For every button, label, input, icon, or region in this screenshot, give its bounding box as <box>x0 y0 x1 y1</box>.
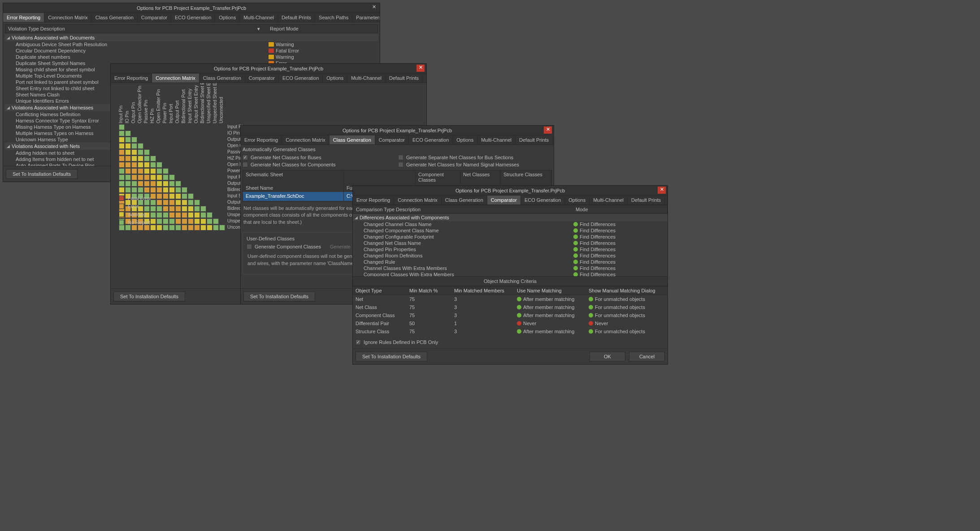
matrix-cell[interactable] <box>169 187 175 193</box>
tab-default-prints[interactable]: Default Prints <box>278 13 315 22</box>
matrix-cell[interactable] <box>213 218 219 224</box>
table-row[interactable]: Component Class753After member matchingF… <box>353 311 668 319</box>
matrix-cell[interactable] <box>138 181 143 187</box>
matrix-cell[interactable] <box>163 187 169 193</box>
matrix-cell[interactable] <box>175 206 181 212</box>
set-defaults-button[interactable]: Set To Installation Defaults <box>243 292 315 301</box>
matrix-cell[interactable] <box>144 168 150 174</box>
matrix-cell[interactable] <box>156 193 162 199</box>
set-defaults-button[interactable]: Set To Installation Defaults <box>113 292 185 301</box>
set-defaults-button[interactable]: Set To Installation Defaults <box>356 352 427 361</box>
tree-group[interactable]: ◢Differences Associated with Components <box>353 214 668 221</box>
table-row[interactable]: Net Class753After member matchingFor unm… <box>353 303 668 311</box>
tab-comparator[interactable]: Comparator <box>245 74 279 83</box>
matrix-cell[interactable] <box>207 225 212 231</box>
matrix-cell[interactable] <box>175 225 181 231</box>
cb-named-harness[interactable]: Generate Net Classes for Named Signal Ha… <box>398 162 552 167</box>
matrix-cell[interactable] <box>169 218 175 224</box>
tree-item[interactable]: Changed RuleFind Differences <box>353 259 668 265</box>
matrix-cell[interactable] <box>169 212 175 218</box>
matrix-cell[interactable] <box>131 156 137 161</box>
tree-item[interactable]: Changed Channel Class NameFind Differenc… <box>353 221 668 227</box>
tab-class-generation[interactable]: Class Generation <box>442 196 487 205</box>
matrix-cell[interactable] <box>188 200 194 205</box>
matrix-cell[interactable] <box>138 162 143 168</box>
matrix-cell[interactable] <box>144 162 150 168</box>
matrix-cell[interactable] <box>175 193 181 199</box>
matrix-cell[interactable] <box>182 187 187 193</box>
matrix-cell[interactable] <box>125 149 131 155</box>
tree-item[interactable]: Duplicate sheet numbersWarning <box>5 54 378 60</box>
matrix-cell[interactable] <box>125 168 131 174</box>
matrix-cell[interactable] <box>175 218 181 224</box>
matrix-cell[interactable] <box>163 200 169 205</box>
tab-options[interactable]: Options <box>323 74 347 83</box>
tab-default-prints[interactable]: Default Prints <box>516 135 553 144</box>
matrix-cell[interactable] <box>125 181 131 187</box>
matrix-cell[interactable] <box>131 168 137 174</box>
matrix-cell[interactable] <box>200 206 206 212</box>
matrix-cell[interactable] <box>163 174 169 180</box>
matrix-cell[interactable] <box>119 131 125 136</box>
matrix-cell[interactable] <box>125 137 131 143</box>
matrix-cell[interactable] <box>131 143 137 149</box>
tab-search-paths[interactable]: Search Paths <box>553 135 554 144</box>
matrix-cell[interactable] <box>119 162 125 168</box>
matrix-cell[interactable] <box>169 225 175 231</box>
matrix-cell[interactable] <box>125 143 131 149</box>
cb-bus-sections[interactable]: Generate Separate Net Classes for Bus Se… <box>398 155 552 160</box>
tree-item[interactable]: Changed Component Class NameFind Differe… <box>353 227 668 234</box>
matrix-cell[interactable] <box>138 168 143 174</box>
tree-item[interactable]: Changed Net Class NameFind Differences <box>353 240 668 246</box>
matrix-cell[interactable] <box>182 225 187 231</box>
matrix-cell[interactable] <box>163 218 169 224</box>
tab-error-reporting[interactable]: Error Reporting <box>3 13 44 22</box>
matrix-cell[interactable] <box>163 212 169 218</box>
matrix-cell[interactable] <box>144 174 150 180</box>
ignore-rules-checkbox[interactable]: ✓Ignore Rules Defined in PCB Only <box>356 339 438 345</box>
matrix-cell[interactable] <box>182 193 187 199</box>
tab-comparator[interactable]: Comparator <box>487 196 521 205</box>
cb-components[interactable]: Generate Net Classes for Components <box>243 162 396 167</box>
cancel-button[interactable]: Cancel <box>629 352 665 361</box>
matrix-cell[interactable] <box>150 181 156 187</box>
matrix-cell[interactable] <box>163 206 169 212</box>
matrix-cell[interactable] <box>194 225 200 231</box>
tab-connection-matrix[interactable]: Connection Matrix <box>282 135 330 144</box>
close-icon[interactable]: ✕ <box>416 65 425 72</box>
matrix-cell[interactable] <box>156 218 162 224</box>
matrix-cell[interactable] <box>182 212 187 218</box>
matrix-cell[interactable] <box>163 168 169 174</box>
tab-default-prints[interactable]: Default Prints <box>386 74 423 83</box>
matrix-cell[interactable] <box>194 218 200 224</box>
matrix-cell[interactable] <box>156 225 162 231</box>
matrix-cell[interactable] <box>194 206 200 212</box>
tab-eco-generation[interactable]: ECO Generation <box>279 74 323 83</box>
matrix-cell[interactable] <box>200 225 206 231</box>
matrix-cell[interactable] <box>175 187 181 193</box>
matrix-cell[interactable] <box>138 174 143 180</box>
ok-button[interactable]: OK <box>590 352 625 361</box>
tab-comparator[interactable]: Comparator <box>375 135 409 144</box>
matrix-cell[interactable] <box>131 181 137 187</box>
matrix-cell[interactable] <box>144 156 150 161</box>
matrix-cell[interactable] <box>119 181 125 187</box>
tab-class-generation[interactable]: Class Generation <box>92 13 138 22</box>
tab-search-paths[interactable]: Search Paths <box>423 74 426 83</box>
matrix-cell[interactable] <box>119 156 125 161</box>
tab-multi-channel[interactable]: Multi-Channel <box>477 135 516 144</box>
tab-options[interactable]: Options <box>215 13 240 22</box>
matrix-cell[interactable] <box>207 212 212 218</box>
matrix-cell[interactable] <box>156 181 162 187</box>
matrix-cell[interactable] <box>119 143 125 149</box>
tree-item[interactable]: Circular Document DependencyFatal Error <box>5 48 378 54</box>
tab-error-reporting[interactable]: Error Reporting <box>241 135 282 144</box>
matrix-cell[interactable] <box>219 225 225 231</box>
matrix-cell[interactable] <box>156 174 162 180</box>
matrix-cell[interactable] <box>194 200 200 205</box>
matrix-cell[interactable] <box>156 206 162 212</box>
matrix-cell[interactable] <box>156 187 162 193</box>
table-row[interactable]: Differential Pair501NeverNever <box>353 319 668 327</box>
tab-eco-generation[interactable]: ECO Generation <box>409 135 453 144</box>
matrix-cell[interactable] <box>119 149 125 155</box>
